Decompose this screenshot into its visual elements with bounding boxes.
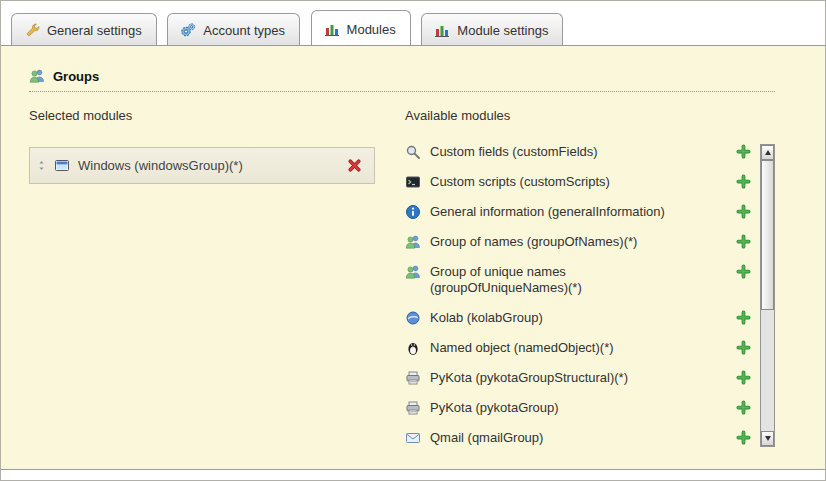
wrench-icon xyxy=(24,22,40,38)
module-row: Qmail (qmailGroup) xyxy=(405,423,751,453)
info-icon xyxy=(405,204,421,220)
windows-module-icon xyxy=(54,158,70,174)
tab-label: Module settings xyxy=(457,23,548,38)
group-icon xyxy=(405,234,421,250)
module-label: Group of names (groupOfNames)(*) xyxy=(430,234,736,250)
scrollbar-down-button[interactable] xyxy=(761,431,774,446)
module-label: PyKota (pykotaGroupStructural)(*) xyxy=(430,370,736,386)
add-module-button[interactable] xyxy=(736,340,751,355)
module-row: Named object (namedObject)(*) xyxy=(405,333,751,363)
module-row: Custom scripts (customScripts) xyxy=(405,167,751,197)
module-row: PyKota (pykotaGroup) xyxy=(405,393,751,423)
scrollbar-thumb[interactable] xyxy=(761,160,774,310)
group-icon xyxy=(405,264,421,280)
add-module-button[interactable] xyxy=(736,310,751,325)
add-module-button[interactable] xyxy=(736,430,751,445)
tab-general-settings[interactable]: General settings xyxy=(11,13,157,45)
magnifier-icon xyxy=(405,144,421,160)
gears-icon xyxy=(180,22,196,38)
module-label: Custom fields (customFields) xyxy=(430,144,736,160)
remove-module-button[interactable] xyxy=(347,158,362,173)
module-row: Group of names (groupOfNames)(*) xyxy=(405,227,751,257)
tab-account-types[interactable]: Account types xyxy=(167,13,300,45)
module-columns: Selected modules Windows (windowsGroup)(… xyxy=(29,108,775,453)
script-icon xyxy=(405,174,421,190)
module-row: Kolab (kolabGroup) xyxy=(405,303,751,333)
scrollbar-up-button[interactable] xyxy=(761,145,774,160)
add-module-button[interactable] xyxy=(736,234,751,249)
penguin-icon xyxy=(405,340,421,356)
chart-icon xyxy=(434,22,450,38)
tab-label: General settings xyxy=(47,23,142,38)
module-row: Group of unique names (groupOfUniqueName… xyxy=(405,257,751,303)
selected-modules-panel: Selected modules Windows (windowsGroup)(… xyxy=(29,108,375,453)
selected-modules-heading: Selected modules xyxy=(29,108,375,123)
module-label: Kolab (kolabGroup) xyxy=(430,310,736,326)
content-area: Groups Selected modules xyxy=(1,46,825,470)
printer-icon xyxy=(405,370,421,386)
add-module-button[interactable] xyxy=(736,204,751,219)
section-header: Groups xyxy=(29,68,775,92)
selected-module-label: Windows (windowsGroup)(*) xyxy=(78,158,347,173)
module-row: PyKota (pykotaGroupStructural)(*) xyxy=(405,363,751,393)
printer-icon xyxy=(405,400,421,416)
lam-configuration-page: General settings Account types xyxy=(0,0,826,481)
module-label: Qmail (qmailGroup) xyxy=(430,430,736,446)
add-module-button[interactable] xyxy=(736,264,751,279)
module-label: PyKota (pykotaGroup) xyxy=(430,400,736,416)
add-module-button[interactable] xyxy=(736,370,751,385)
module-row: Custom fields (customFields) xyxy=(405,137,751,167)
module-label: Named object (namedObject)(*) xyxy=(430,340,736,356)
selected-module-row[interactable]: Windows (windowsGroup)(*) xyxy=(29,147,375,184)
kolab-icon xyxy=(405,310,421,326)
arrow-down-icon xyxy=(765,436,771,441)
module-label: Custom scripts (customScripts) xyxy=(430,174,736,190)
chart-icon xyxy=(324,21,340,37)
tab-modules[interactable]: Modules xyxy=(311,10,411,45)
add-module-button[interactable] xyxy=(736,144,751,159)
tab-label: Account types xyxy=(203,23,285,38)
module-label: General information (generalInformation) xyxy=(430,204,736,220)
module-row: General information (generalInformation) xyxy=(405,197,751,227)
tab-label: Modules xyxy=(347,22,396,37)
tab-bar: General settings Account types xyxy=(1,1,825,46)
tab-module-settings[interactable]: Module settings xyxy=(421,13,563,45)
module-label: Group of unique names (groupOfUniqueName… xyxy=(430,264,656,296)
drag-handle-icon[interactable] xyxy=(30,159,52,172)
available-modules-list: Custom fields (customFields) Custom scri… xyxy=(405,137,751,453)
available-modules-heading: Available modules xyxy=(405,108,751,123)
page-title: Groups xyxy=(53,69,99,84)
add-module-button[interactable] xyxy=(736,174,751,189)
mail-icon xyxy=(405,430,421,446)
add-module-button[interactable] xyxy=(736,400,751,415)
groups-icon xyxy=(29,68,45,84)
scrollbar[interactable] xyxy=(760,144,775,447)
available-modules-panel: Available modules Custom fields (customF… xyxy=(405,108,775,453)
arrow-up-icon xyxy=(765,150,771,155)
